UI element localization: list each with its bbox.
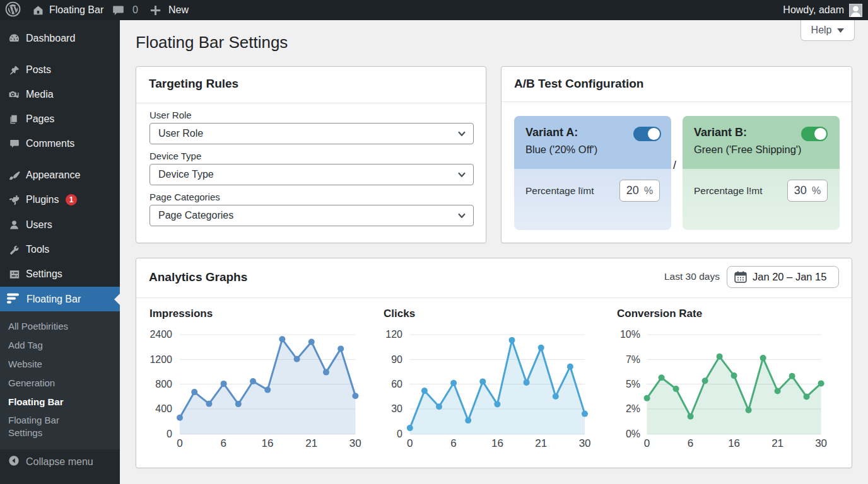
svg-text:16: 16 bbox=[728, 437, 740, 449]
svg-text:0: 0 bbox=[397, 429, 402, 439]
svg-text:0: 0 bbox=[167, 429, 172, 439]
svg-text:30: 30 bbox=[391, 403, 402, 414]
svg-text:1200: 1200 bbox=[150, 354, 172, 365]
svg-text:16: 16 bbox=[262, 437, 274, 449]
svg-text:0%: 0% bbox=[626, 429, 640, 439]
svg-text:21: 21 bbox=[305, 437, 317, 449]
svg-text:90: 90 bbox=[391, 354, 402, 365]
svg-text:6: 6 bbox=[450, 437, 456, 449]
svg-text:10%: 10% bbox=[620, 329, 640, 340]
svg-text:2400: 2400 bbox=[150, 329, 172, 340]
svg-text:60: 60 bbox=[391, 379, 402, 389]
svg-text:120: 120 bbox=[385, 329, 402, 340]
svg-text:0: 0 bbox=[644, 437, 650, 449]
svg-text:800: 800 bbox=[155, 379, 172, 389]
svg-text:0: 0 bbox=[407, 437, 413, 449]
svg-text:16: 16 bbox=[491, 437, 503, 449]
svg-text:0: 0 bbox=[177, 437, 182, 449]
svg-text:6: 6 bbox=[221, 437, 226, 449]
svg-text:21: 21 bbox=[771, 437, 783, 449]
svg-text:21: 21 bbox=[535, 437, 547, 449]
svg-text:5%: 5% bbox=[626, 379, 640, 389]
svg-text:6: 6 bbox=[688, 437, 693, 449]
svg-text:30: 30 bbox=[349, 437, 361, 449]
svg-text:400: 400 bbox=[155, 403, 172, 414]
svg-text:2%: 2% bbox=[626, 403, 640, 414]
svg-text:30: 30 bbox=[579, 437, 591, 449]
svg-text:30: 30 bbox=[815, 437, 827, 449]
svg-text:7%: 7% bbox=[626, 354, 640, 365]
